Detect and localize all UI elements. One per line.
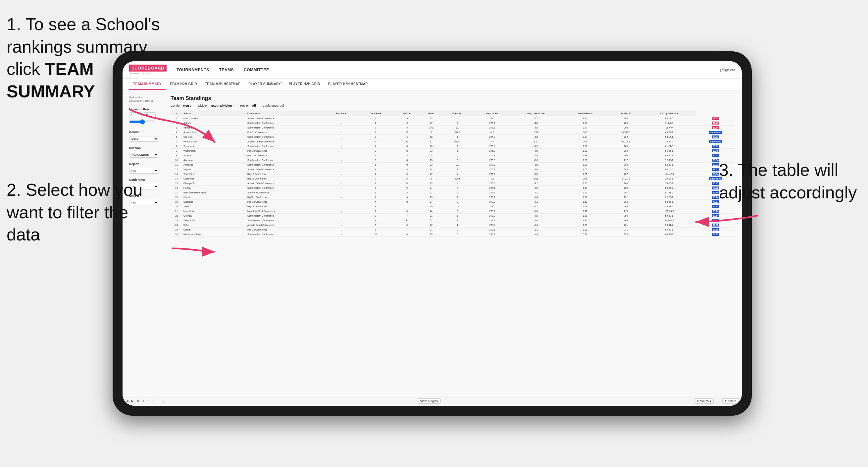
cell-rank: 8	[170, 149, 183, 153]
cell-vs-top25: 59-39-1	[643, 214, 696, 218]
tab-player-h2h-grid[interactable]: PLAYER H2H GRID	[285, 79, 324, 90]
cell-no-tour: 8	[393, 181, 421, 186]
cell-conference: Pac-12 Conference	[246, 227, 325, 232]
toolbar-bookmark-icon[interactable]: □	[147, 399, 149, 403]
toolbar-back-icon[interactable]: ◀	[126, 399, 128, 403]
view-original-button[interactable]: View: Original	[418, 399, 441, 404]
cell-rnds: 27	[421, 172, 441, 177]
cell-conf-rank: 9	[358, 218, 393, 223]
cell-overall: 268	[609, 163, 643, 167]
table-title: Team Standings	[170, 95, 735, 101]
cell-no-tour: 9	[393, 121, 421, 126]
toolbar-dots-icon[interactable]: ⋯	[716, 399, 720, 403]
table-row: 19 California Pac-12 Conference - 4 8 24…	[170, 200, 735, 204]
cell-rank: 19	[170, 200, 183, 204]
cell-conference: Big Ten Conference	[246, 195, 325, 200]
cell-conference: Pac-12 Conference	[246, 153, 325, 158]
tab-team-h2h-heatmap[interactable]: TEAM H2H HEATMAP	[201, 79, 244, 90]
cell-no-tour: 9	[393, 116, 421, 121]
cell-rnds: 27	[421, 121, 441, 126]
cell-avg-low: 2.88	[561, 121, 609, 126]
cell-rnds: 2	[421, 177, 441, 181]
share-button[interactable]: ⬆ Share	[722, 399, 739, 404]
cell-conf-rank: 5	[358, 158, 393, 163]
cell-no-tour: 8	[393, 200, 421, 204]
cell-rnds: 23	[421, 232, 441, 237]
cell-school: Mississippi State	[183, 232, 246, 237]
cell-reg-rank: -	[324, 121, 358, 126]
cell-vs-top25: 60-39-2	[643, 232, 696, 237]
cell-reg-rank: -	[324, 116, 358, 121]
cell-school: Texas Tech	[183, 172, 246, 177]
cell-no-tour: 8	[393, 158, 421, 163]
cell-avg-score: -6.0	[511, 149, 561, 153]
cell-vs-top25: 33-25-2	[643, 139, 696, 144]
filter-gender-label: Gender	[129, 130, 165, 134]
cell-rnds: 23	[421, 195, 441, 200]
cell-school: East Tennessee State	[183, 190, 246, 195]
cell-rnds: 24	[421, 186, 441, 190]
tab-player-summary[interactable]: PLAYER SUMMARY	[244, 79, 285, 90]
cell-conference: Atlantic Coast Conference	[246, 181, 325, 186]
cell-avg-par: 278.7	[474, 209, 511, 214]
cell-vs-top50: 62.98	[696, 223, 735, 227]
cell-avg-score: 2.52	[511, 130, 561, 135]
cell-overall: 258	[609, 186, 643, 190]
toolbar-refresh-icon[interactable]: ↻	[136, 399, 139, 403]
table-row: 13 Texas Tech Big 12 Conference - 1 9 27…	[170, 172, 735, 177]
cell-rnds: 24	[421, 200, 441, 204]
cell-avg-par: -4.8	[474, 177, 511, 181]
cell-conference: Pac-12 Conference	[246, 130, 325, 135]
nav-teams[interactable]: TEAMS	[219, 66, 234, 74]
nav-committee[interactable]: COMMITTEE	[244, 66, 269, 74]
cell-avg-score: -5.0	[511, 135, 561, 139]
cell-no-tour: 24	[393, 177, 421, 181]
watch-button[interactable]: 👁 Watch ▾	[694, 399, 714, 404]
table-row: 17 East Tennessee State Southern Confere…	[170, 190, 735, 195]
gender-select[interactable]: Men's	[129, 136, 159, 142]
cell-overall: 270	[609, 232, 643, 237]
cell-rank: 12	[170, 167, 183, 172]
cell-conf-rank: 3	[358, 167, 393, 172]
table-row: 25 Oregon Pac-12 Conference - 9 7 21 0 2…	[170, 227, 735, 232]
cell-avg-low: 1.28	[561, 195, 609, 200]
cell-avg-par: -4.4	[474, 139, 511, 144]
cell-avg-low: 1.30	[561, 218, 609, 223]
col-conf-rank: Conf Rank	[358, 111, 393, 116]
cell-avg-par: 274.8	[474, 135, 511, 139]
col-no-tour: No Tour	[393, 111, 421, 116]
min-rounds-slider[interactable]	[129, 119, 156, 125]
cell-vs-top50: undefined	[696, 130, 735, 135]
cell-conference: Big 12 Conference	[246, 204, 325, 209]
cell-school: Florida	[183, 186, 246, 190]
cell-avg-low: 1.85	[561, 172, 609, 177]
cell-conference: Southern Conference	[246, 190, 325, 195]
cell-vs-top25: 88-17-0	[643, 116, 696, 121]
cell-overall: 95-29-2	[609, 139, 643, 144]
cell-avg-par: 279.7	[474, 223, 511, 227]
cell-avg-low: 2.37	[561, 135, 609, 139]
col-rnds: Rnds	[421, 111, 441, 116]
toolbar-tabs-icon[interactable]: ⊞	[152, 399, 154, 403]
cell-avg-par: 277.0	[474, 163, 511, 167]
region-select[interactable]: N/A	[129, 168, 159, 174]
sign-out-button[interactable]: | Sign out	[720, 68, 735, 72]
cell-avg-low: 1.85	[561, 181, 609, 186]
cell-reg-rank: -	[324, 167, 358, 172]
cell-avg-par: 279.2	[474, 214, 511, 218]
cell-conf-rank: 3	[358, 204, 393, 209]
division-select[interactable]: NCAA Division I	[129, 152, 159, 158]
cell-vs-top25: 109-24-2	[643, 209, 696, 214]
cell-school: Texas	[183, 204, 246, 209]
table-row: 9 Arizona Pac-12 Conference - 2 8 23 4.6…	[170, 153, 735, 158]
cell-conf-rank: 1	[358, 190, 393, 195]
min-rounds-min-input[interactable]	[129, 112, 142, 117]
tab-player-h2h-heatmap[interactable]: PLAYER H2H HEATMAP	[324, 79, 372, 90]
toolbar-forward-icon[interactable]: ▶	[131, 399, 134, 403]
min-rounds-max-input[interactable]	[143, 112, 156, 117]
bottom-toolbar: ◀ ▶ ↻ ⬆ □ ⊞ + ◷ View: Original 👁 Watch ▾…	[123, 396, 742, 406]
toolbar-share2-icon[interactable]: ⬆	[142, 399, 145, 403]
nav-tournaments[interactable]: TOURNAMENTS	[177, 66, 209, 74]
toolbar-clock-icon[interactable]: ◷	[162, 399, 164, 403]
toolbar-add-icon[interactable]: +	[157, 399, 159, 403]
